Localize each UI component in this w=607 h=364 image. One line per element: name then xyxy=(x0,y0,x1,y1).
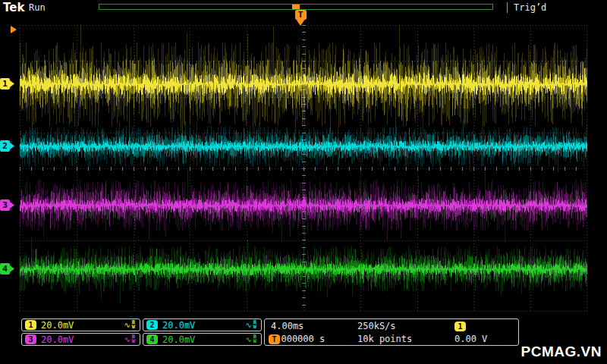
channel2-marker-arrow-icon xyxy=(10,143,14,149)
ac-coupling-icon: ∿ xyxy=(124,322,130,329)
channel1-scale: 20.0mV xyxy=(41,320,74,331)
ac-coupling-icon: ∿ xyxy=(124,336,130,344)
channel4-readout: 4 20.0mV ∿ B W xyxy=(143,333,262,346)
bandwidth-limit-icon: B W xyxy=(132,320,135,329)
channel3-marker-arrow-icon xyxy=(10,202,14,209)
ac-coupling-icon: ∿ xyxy=(245,322,251,329)
record-start-marker-icon xyxy=(11,26,17,33)
record-trigger-position-marker-icon xyxy=(292,5,300,9)
acquisition-status: Run xyxy=(29,2,46,13)
channel1-readout: 1 20.0mV ∿ B W xyxy=(21,318,140,331)
channel3-marker-chip: 3 xyxy=(0,199,10,211)
channel2-ground-marker: 2 xyxy=(0,140,15,152)
channel4-marker-chip: 4 xyxy=(0,263,10,275)
triangle-down-icon: ▼ xyxy=(269,335,273,344)
channel1-ground-marker: 1 xyxy=(0,78,15,89)
channel2-marker-chip: 2 xyxy=(0,140,10,152)
sample-rate: 250kS/s xyxy=(357,321,396,331)
channel4-badge: 4 xyxy=(146,334,158,344)
channel4-ground-marker: 4 xyxy=(0,263,15,275)
channel3-badge: 3 xyxy=(25,334,36,344)
channel2-badge: 2 xyxy=(146,320,158,330)
watermark: PCMAG.VN xyxy=(521,344,602,360)
trigger-status: Trig’d xyxy=(507,2,546,13)
channel3-ground-marker: 3 xyxy=(0,199,15,211)
channel1-marker-arrow-icon xyxy=(10,80,14,87)
ac-coupling-icon: ∿ xyxy=(245,336,251,344)
channel3-readout: 3 20.0mV ∿ B W xyxy=(21,333,140,346)
timebase-scale: 4.00ms xyxy=(271,321,304,331)
trigger-level-value: 0.00 V xyxy=(454,334,487,344)
brand-logo: Tek xyxy=(3,1,24,14)
channel2-readout: 2 20.0mV ∿ B W xyxy=(143,318,262,331)
oscilloscope-screen: Tek Run Trig’d T 1 2 3 4 1 20.0mV ∿ xyxy=(0,0,607,364)
channel1-badge: 1 xyxy=(25,320,36,330)
graticule-canvas xyxy=(20,25,587,312)
trigger-position-flag: T xyxy=(294,10,307,26)
bandwidth-limit-icon: B W xyxy=(253,320,256,329)
record-view-bar xyxy=(99,4,493,10)
channel3-scale: 20.0mV xyxy=(41,334,74,345)
horizontal-trigger-readout: 4.00ms 250kS/s 1 T → ▼ 0.000000 s 10k po… xyxy=(264,318,519,346)
channel4-marker-arrow-icon xyxy=(10,265,14,272)
channel4-scale: 20.0mV xyxy=(162,334,195,345)
channel2-scale: 20.0mV xyxy=(162,320,195,331)
trigger-t-icon: T xyxy=(295,10,307,20)
record-length: 10k points xyxy=(357,334,412,344)
channel1-marker-chip: 1 xyxy=(0,78,10,89)
bandwidth-limit-icon: B W xyxy=(132,334,135,344)
bandwidth-limit-icon: B W xyxy=(253,334,256,344)
trigger-source-badge: 1 xyxy=(454,322,466,331)
